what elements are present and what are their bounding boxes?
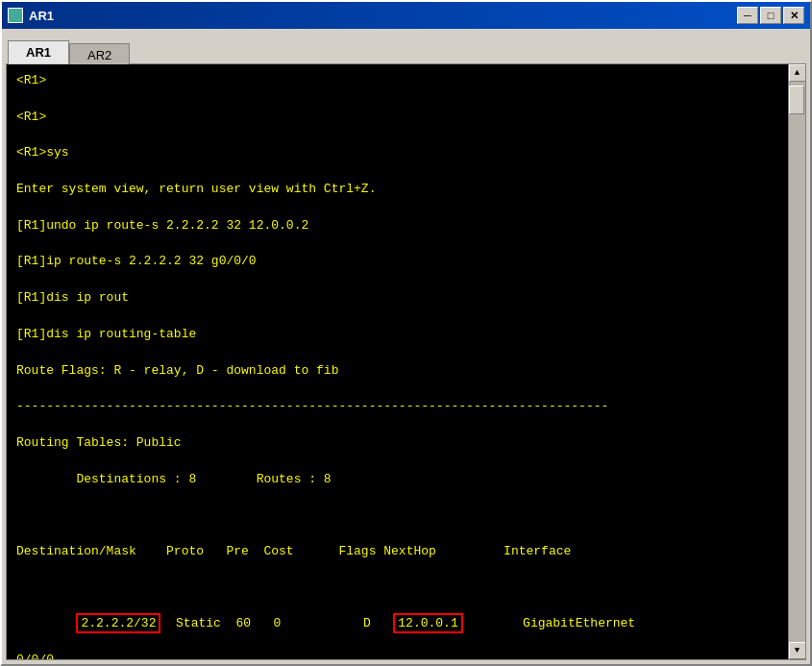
scrollbar[interactable]: ▲ ▼ — [788, 64, 805, 659]
app-icon — [8, 8, 23, 23]
terminal-line: <R1> — [16, 72, 778, 90]
tab-ar1[interactable]: AR1 — [8, 40, 69, 64]
window-title: AR1 — [29, 9, 54, 23]
tab-bar: AR1 AR2 — [2, 29, 810, 63]
terminal-line — [16, 506, 778, 525]
scroll-down-button[interactable]: ▼ — [789, 642, 806, 659]
terminal-line: [R1]dis ip routing-table — [16, 326, 778, 344]
scroll-up-button[interactable]: ▲ — [789, 64, 806, 82]
terminal-line — [16, 580, 778, 598]
scroll-track[interactable] — [789, 82, 805, 642]
terminal-line: ----------------------------------------… — [16, 398, 778, 416]
terminal-line: Routing Tables: Public — [16, 434, 778, 453]
terminal-line: Destinations : 8 Routes : 8 — [16, 471, 778, 489]
scroll-thumb[interactable] — [789, 86, 804, 114]
content-area: <R1> <R1> <R1>sys Enter system view, ret… — [6, 63, 806, 660]
window-controls: ─ □ ✕ — [737, 7, 804, 24]
minimize-button[interactable]: ─ — [737, 7, 758, 24]
table-header: Destination/Mask Proto Pre Cost Flags Ne… — [16, 543, 778, 561]
table-row-1b: 0/0/0 — [16, 652, 778, 659]
maximize-button[interactable]: □ — [760, 7, 781, 24]
title-bar: AR1 ─ □ ✕ — [2, 2, 810, 29]
close-button[interactable]: ✕ — [783, 7, 804, 24]
terminal-line: Route Flags: R - relay, D - download to … — [16, 362, 778, 381]
tab-ar2[interactable]: AR2 — [69, 43, 130, 66]
terminal-line: <R1> — [16, 109, 778, 127]
main-window: AR1 ─ □ ✕ AR1 AR2 <R1> <R1> <R1>sys Ente… — [0, 0, 812, 666]
terminal-output[interactable]: <R1> <R1> <R1>sys Enter system view, ret… — [7, 64, 788, 659]
highlight-destination: 2.2.2.2/32 — [76, 613, 160, 633]
highlight-nexthop: 12.0.0.1 — [393, 613, 462, 633]
terminal-line: [R1]undo ip route-s 2.2.2.2 32 12.0.0.2 — [16, 217, 778, 235]
table-row-1: 2.2.2.2/32 Static 60 0 D 12.0.0.1 Gigabi… — [16, 615, 778, 633]
terminal-line: [R1]ip route-s 2.2.2.2 32 g0/0/0 — [16, 253, 778, 271]
terminal-line: <R1>sys — [16, 144, 778, 162]
terminal-line: Enter system view, return user view with… — [16, 181, 778, 199]
terminal-line: [R1]dis ip rout — [16, 289, 778, 308]
